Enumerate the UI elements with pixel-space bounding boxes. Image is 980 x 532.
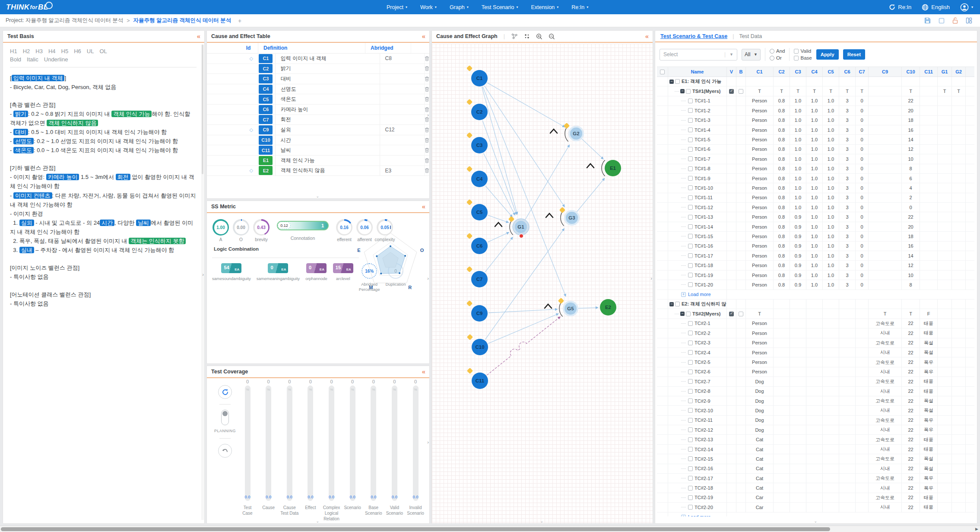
case-row[interactable]: TC#2-17Cat고속도로22폭우	[657, 474, 974, 483]
row-checkbox[interactable]	[688, 341, 693, 345]
graph-node-G1[interactable]: G1	[508, 216, 529, 238]
graph-node-E1[interactable]: E1	[605, 160, 621, 176]
tree-item-case[interactable]: TC#1-15	[668, 234, 713, 239]
graph-node-C7[interactable]: C7	[466, 266, 488, 287]
tree-item-case[interactable]: TC#1-20	[668, 282, 713, 287]
unlock-icon[interactable]	[952, 17, 958, 24]
abridged-cell[interactable]	[380, 145, 424, 155]
tree-item-case[interactable]: TC#1-12	[668, 205, 713, 210]
row-checkbox[interactable]	[688, 156, 693, 161]
abridged-cell[interactable]	[380, 156, 424, 166]
graph-node-C10[interactable]: C10	[467, 334, 488, 355]
panel-resize-handle[interactable]: ›	[202, 272, 204, 277]
row-checkbox[interactable]	[688, 195, 693, 200]
tree-item-case[interactable]: TC#1-14	[668, 224, 713, 229]
tree-item-case[interactable]: TC#2-5	[668, 360, 710, 365]
row-checkbox[interactable]	[688, 215, 693, 220]
load-more-link[interactable]: Load more	[688, 514, 711, 516]
tree-item-case[interactable]: TC#2-17	[668, 476, 713, 481]
row-expand-toggle[interactable]: ◇	[207, 168, 257, 173]
tree-item-case[interactable]: TC#2-11	[668, 417, 713, 423]
tree-item-case[interactable]: TC#1-19	[668, 273, 713, 278]
apply-button[interactable]: Apply	[816, 49, 839, 60]
collapse-toggle-icon[interactable]: −	[669, 302, 674, 306]
case-row[interactable]: TC#2-5Person고속도로22폭우	[657, 357, 974, 367]
layout-icon[interactable]	[966, 17, 972, 24]
graph-node-C2[interactable]: C2	[466, 99, 488, 120]
scenario-row[interactable]: −TS#1(Myers)TTTTTTTTTT	[657, 86, 974, 96]
tree-item-case[interactable]: TC#2-4	[668, 350, 710, 355]
format-h2-button[interactable]: H2	[23, 48, 30, 54]
tree-item-case[interactable]: TC#2-13	[668, 437, 713, 442]
case-row[interactable]: TC#1-3Person0.81.01.01.03018	[657, 116, 974, 125]
tab-test-scenario-test-case[interactable]: Test Scenario & Test Case	[660, 33, 727, 39]
panel-resize-handle[interactable]: ›	[427, 440, 429, 445]
row-checkbox[interactable]	[675, 302, 680, 306]
case-row[interactable]: TC#1-12Person0.81.01.01.0300	[657, 203, 974, 212]
case-row[interactable]: TC#2-18Cat시내22폭우	[657, 483, 974, 493]
table-row[interactable]: C7회전	[207, 115, 429, 125]
collapse-left-icon[interactable]: «	[422, 32, 425, 40]
case-row[interactable]: TC#1-19Person0.80.91.01.03010	[657, 271, 974, 280]
tree-item-case[interactable]: TC#2-15	[668, 456, 713, 462]
tree-item-case[interactable]: TC#2-9	[668, 398, 710, 404]
row-checkbox[interactable]	[688, 137, 693, 142]
graph-node-C6[interactable]: C6	[466, 233, 488, 254]
row-checkbox[interactable]	[688, 244, 693, 248]
abridged-cell[interactable]: E3	[380, 166, 424, 176]
definition-cell[interactable]: 회전	[275, 115, 380, 125]
graph-node-G3[interactable]: G3	[559, 207, 580, 226]
table-row[interactable]: C3대비	[207, 74, 429, 84]
base-checkbox[interactable]	[739, 312, 743, 316]
collapse-toggle-icon[interactable]: −	[680, 312, 685, 316]
tree-item-case[interactable]: TC#1-6	[668, 147, 710, 152]
row-checkbox[interactable]	[688, 253, 693, 258]
abridged-cell[interactable]	[380, 74, 424, 84]
row-checkbox[interactable]	[688, 389, 693, 394]
panel-collapse-handle[interactable]: ⌄	[814, 519, 818, 523]
case-row[interactable]: TC#2-20Car시내22태풍	[657, 503, 974, 512]
collapse-left-icon[interactable]: «	[645, 32, 649, 40]
row-checkbox[interactable]	[686, 312, 691, 316]
tree-item-case[interactable]: TC#1-7	[668, 156, 710, 162]
case-row[interactable]: TC#1-8Person0.81.01.01.0308	[657, 164, 974, 174]
abridged-cell[interactable]: C8	[380, 54, 424, 64]
tree-item-case[interactable]: TC#1-17	[668, 253, 713, 258]
tree-item-case[interactable]: TC#1-4	[668, 127, 710, 133]
row-checkbox[interactable]	[688, 282, 693, 287]
table-row[interactable]: E1객체 인식 가능	[207, 156, 429, 166]
tree-item-group[interactable]: −E1: 객체 인식 가능	[668, 78, 721, 85]
app-logo[interactable]: THINKforBL	[6, 3, 53, 12]
case-row[interactable]: TC#1-17Person0.80.91.01.03014	[657, 251, 974, 261]
panel-collapse-handle[interactable]: ⌄	[316, 194, 320, 198]
case-row[interactable]: TC#1-9Person0.81.01.01.0306	[657, 174, 974, 183]
tree-item-case[interactable]: TC#1-9	[668, 176, 710, 181]
table-row[interactable]: ◇E2객체 인식하지 않음E3	[207, 166, 429, 176]
row-checkbox[interactable]	[688, 99, 693, 103]
case-row[interactable]: TC#1-20Person0.80.91.01.0308	[657, 280, 974, 290]
case-row[interactable]: TC#2-2Person시내22태풍	[657, 328, 974, 338]
case-row[interactable]: TC#2-15Cat고속도로22폭설	[657, 454, 974, 464]
graph-node-C1[interactable]: C1	[466, 65, 488, 86]
loadmore-row[interactable]: +Load more	[657, 290, 974, 299]
row-checkbox[interactable]	[688, 486, 693, 491]
row-checkbox[interactable]	[688, 205, 693, 210]
nav-menu-re-in[interactable]: Re:In▾	[571, 4, 588, 10]
row-checkbox[interactable]	[688, 370, 693, 374]
case-row[interactable]: TC#2-19Car고속도로22태풍	[657, 493, 974, 503]
horizontal-scrollbar[interactable]: ▶	[0, 526, 980, 532]
tree-item-case[interactable]: TC#2-6	[668, 369, 710, 374]
graph-node-C9[interactable]: C9	[466, 300, 488, 322]
row-checkbox[interactable]	[688, 185, 693, 190]
table-row[interactable]: ◇C9실외C12	[207, 125, 429, 135]
case-row[interactable]: TC#1-15Person0.80.91.01.03018	[657, 232, 974, 241]
case-row[interactable]: TC#2-11Dog고속도로22폭우	[657, 416, 974, 425]
zoom-in-icon[interactable]	[536, 33, 542, 40]
row-checkbox[interactable]	[686, 89, 691, 94]
delete-row-button[interactable]	[424, 125, 429, 135]
table-row[interactable]: C6카메라 높이	[207, 105, 429, 115]
group-row[interactable]: −E1: 객체 인식 가능	[657, 77, 974, 86]
case-row[interactable]: TC#1-4Person0.81.01.01.03016	[657, 125, 974, 135]
row-checkbox[interactable]	[688, 331, 693, 335]
tab-test-data[interactable]: Test Data	[739, 33, 762, 39]
